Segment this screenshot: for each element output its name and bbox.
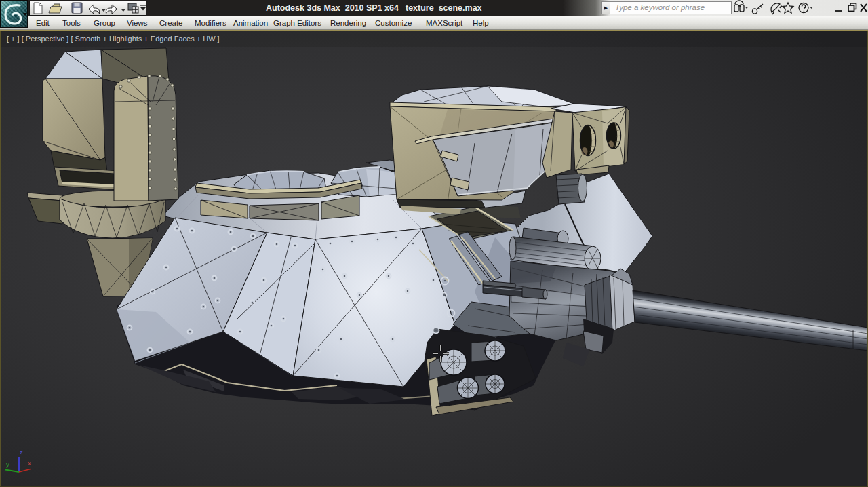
svg-text:x: x — [28, 459, 31, 467]
svg-text:y: y — [6, 461, 9, 468]
svg-text:z: z — [20, 448, 23, 456]
